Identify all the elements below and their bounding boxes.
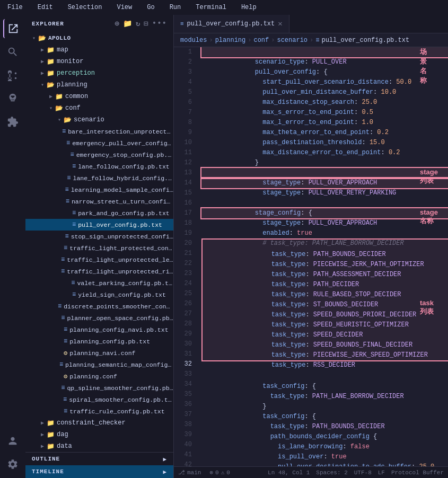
status-git[interactable]: ⎇ main (178, 469, 201, 476)
planning-label: planning (57, 81, 87, 88)
more-icon[interactable]: ••• (152, 19, 167, 28)
tree-scenario[interactable]: ▾ 📂 scenario (25, 114, 173, 126)
breadcrumb-sep1: › (209, 37, 213, 44)
ln-34: 34 (174, 379, 197, 390)
tree-planning-navi-pb[interactable]: ▶ ≡ planning_config_navi.pb.txt (25, 324, 173, 335)
tree-planner-os[interactable]: ▶ ≡ planner_open_space_config.pb.txt (25, 312, 173, 324)
tree-constraint[interactable]: ▶ 📁 constraint_checker (25, 417, 173, 429)
code-scroll[interactable]: scenario_type: PULL_OVER 场景名称 pull_over_… (197, 47, 448, 466)
tree-monitor[interactable]: ▶ 📁 monitor (25, 56, 173, 67)
tree-tlp[interactable]: ▶ ≡ traffic_light_protected_config.pb.tx… (25, 242, 173, 254)
tree-perception[interactable]: ▶ 📁 perception (25, 67, 173, 79)
tree-conf[interactable]: ▾ 📂 conf (25, 102, 173, 114)
tree-narrow[interactable]: ▶ ≡ narrow_street_u_turn_config.pb.txt (25, 196, 173, 207)
status-line-ending[interactable]: LF (378, 470, 385, 476)
tree-lane-follow-hybrid[interactable]: ▶ ≡ lane_follow_hybrid_config.pb.txt (25, 172, 173, 184)
menu-edit[interactable]: Edit (34, 3, 56, 12)
warning-count: 0 (226, 470, 230, 476)
code-line-40: is_pull_over: true (201, 442, 448, 452)
po-label: pull_over_config.pb.txt (78, 222, 162, 228)
menu-go[interactable]: Go (144, 3, 157, 12)
new-file-icon[interactable]: ⊕ (115, 19, 119, 28)
tree-apollo[interactable]: ▾ 📂 APOLLO (25, 32, 173, 44)
status-spaces[interactable]: Spaces: 2 (316, 470, 347, 476)
ln-1: 1 (174, 47, 197, 57)
tlp-label: traffic_light_protected_config.pb.txt (69, 245, 173, 252)
status-line-col[interactable]: Ln 48, Col 1 (268, 470, 310, 476)
tree-traffic-rule[interactable]: ▶ ≡ traffic_rule_config.pb.txt (25, 405, 173, 417)
tab-pull-over-config[interactable]: ≡ pull_over_config.pb.txt ✕ (174, 15, 289, 33)
menu-help[interactable]: Help (238, 3, 260, 12)
code-line-32 (201, 361, 448, 371)
tree-qp[interactable]: ▶ ≡ qp_spline_smoother_config.pb.txt (25, 382, 173, 394)
breadcrumb-sep3: › (271, 37, 275, 44)
tree-tll[interactable]: ▶ ≡ traffic_light_unprotected_left_turn_… (25, 254, 173, 265)
search-icon[interactable] (3, 42, 22, 61)
tree-common[interactable]: ▶ 📁 common (25, 91, 173, 102)
tree-valet[interactable]: ▶ ≡ valet_parking_config.pb.txt (25, 277, 173, 289)
refresh-icon[interactable]: ↻ (136, 19, 140, 28)
source-control-icon[interactable] (3, 66, 22, 85)
tree-planning-sem[interactable]: ▶ ≡ planning_semantic_map_config.pb.txt (25, 359, 173, 370)
account-icon[interactable] (3, 431, 22, 450)
tree-planning-conf[interactable]: ▶ ⚙ planning.conf (25, 370, 173, 382)
file-ep-icon: ≡ (66, 139, 70, 147)
menu-selection[interactable]: Selection (65, 3, 106, 12)
tree-yield[interactable]: ▶ ≡ yield_sign_config.pb.txt (25, 289, 173, 300)
explorer-icon[interactable] (3, 19, 22, 38)
new-folder-icon[interactable]: 📁 (123, 19, 133, 28)
breadcrumb-planning[interactable]: planning (215, 37, 246, 44)
tree-planning[interactable]: ▾ 📂 planning (25, 79, 173, 91)
spaces-value: Spaces: 2 (316, 470, 347, 476)
ln-23: 23 (174, 269, 197, 279)
apollo-label: APOLLO (48, 35, 71, 41)
tree-emergency-pull[interactable]: ▶ ≡ emergency_pull_over_config.pb.txt (25, 137, 173, 149)
breadcrumb-scenario[interactable]: scenario (277, 37, 308, 44)
extensions-icon[interactable] (3, 112, 22, 131)
file-tlr-icon: ≡ (61, 268, 65, 275)
tree-discrete[interactable]: ▶ ≡ discrete_points_smoother_config.pb.t… (25, 300, 173, 312)
tree-planning-pb[interactable]: ▶ ≡ planning_config.pb.txt (25, 335, 173, 347)
menu-terminal[interactable]: Terminal (192, 3, 230, 12)
main-layout: EXPLORER ⊕ 📁 ↻ ⊟ ••• ▾ 📂 APOLLO ▶ 📁 (0, 15, 448, 478)
tree-learning[interactable]: ▶ ≡ learning_model_sample_config.pb.txt (25, 184, 173, 196)
tree-planning-navi-conf[interactable]: ▶ ⚙ planning_navi.conf (25, 347, 173, 359)
tree-bare[interactable]: ▶ ≡ bare_intersection_unprotected_config… (25, 126, 173, 137)
menu-run[interactable]: Run (166, 3, 185, 12)
collapse-icon[interactable]: ⊟ (144, 19, 148, 28)
tree-dag[interactable]: ▶ 📁 dag (25, 429, 173, 440)
outline-arrow: ▶ (163, 456, 167, 463)
line-numbers: 1 2 3 4 5 6 7 8 9 10 11 12 13 14 15 16 1… (174, 47, 197, 466)
timeline-panel-header[interactable]: TIMELINE ▶ (25, 465, 173, 478)
status-language[interactable]: Protocol Buffer (391, 470, 444, 476)
folder-planning-icon: 📂 (47, 81, 55, 89)
tree-stop-sign[interactable]: ▶ ≡ stop_sign_unprotected_config.pb.txt (25, 231, 173, 242)
ln-39: 39 (174, 430, 197, 440)
breadcrumb-filename[interactable]: pull_over_config.pb.txt (321, 37, 409, 44)
menu-view[interactable]: View (113, 3, 135, 12)
folder-common-icon: 📁 (55, 93, 63, 101)
file-tll-icon: ≡ (61, 256, 65, 263)
tree-data[interactable]: ▶ 📁 data (25, 440, 173, 452)
file-discrete-icon: ≡ (58, 303, 62, 310)
status-encoding[interactable]: UTF-8 (354, 470, 372, 476)
settings-icon[interactable] (3, 455, 22, 474)
status-errors[interactable]: ⊗ 0 ⚠ 0 (209, 469, 230, 476)
tree-spiral[interactable]: ▶ ≡ spiral_smoother_config.pb.txt (25, 394, 173, 405)
tree-tlr[interactable]: ▶ ≡ traffic_light_unprotected_right_turn… (25, 265, 173, 277)
debug-icon[interactable] (3, 89, 22, 108)
tree-park[interactable]: ▶ ≡ park_and_go_config.pb.txt (25, 207, 173, 219)
pg-label: park_and_go_config.pb.txt (78, 210, 170, 217)
tab-close-button[interactable]: ✕ (278, 20, 282, 28)
tree-lane-follow[interactable]: ▶ ≡ lane_follow_config.pb.txt (25, 161, 173, 172)
task-list-group: task_type: PATH_BOUNDS_DECIDER task_type… (201, 238, 448, 361)
menu-file[interactable]: File (4, 3, 26, 12)
code-line-11: } (201, 148, 448, 158)
breadcrumb-conf[interactable]: conf (253, 37, 269, 44)
tree-map[interactable]: ▶ 📁 map (25, 44, 173, 56)
ln-11: 11 (174, 148, 197, 158)
tree-emergency-stop[interactable]: ▶ ≡ emergency_stop_config.pb.txt (25, 149, 173, 161)
breadcrumb-modules[interactable]: modules (180, 37, 207, 44)
outline-panel-header[interactable]: OUTLINE ▶ (25, 453, 173, 465)
tree-pull-over[interactable]: ▶ ≡ pull_over_config.pb.txt (25, 219, 173, 231)
